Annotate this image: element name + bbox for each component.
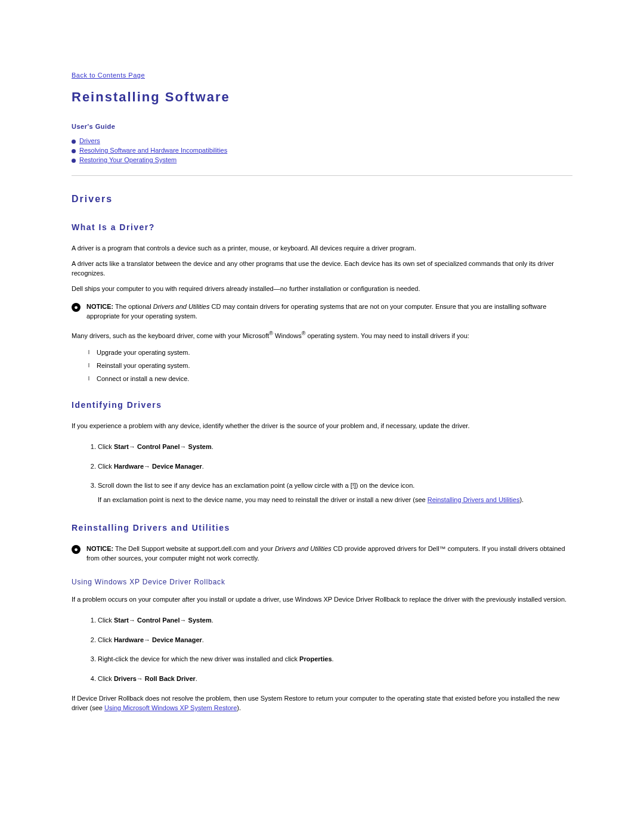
paragraph: If Device Driver Rollback does not resol… [72,694,572,713]
step-text: Click [98,636,114,643]
section-drivers-heading: Drivers [72,194,572,205]
step-text: . [202,636,204,643]
step-item: Click Start→ Control Panel→ System. [98,615,572,625]
notice-text: NOTICE: The optional Drivers and Utiliti… [86,302,572,321]
subsection-identifying-drivers: Identifying Drivers [72,400,572,410]
step-text: Click [98,463,114,470]
step-bold: Hardware→ Device Manager [114,636,202,643]
text-span: Many drivers, such as the keyboard drive… [72,332,269,339]
page-title: Reinstalling Software [72,89,572,105]
toc-link-restore[interactable]: Restoring Your Operating System [79,156,177,163]
notice-span: The Dell Support website at support.dell… [113,545,275,552]
list-item: Upgrade your operating system. [88,349,572,356]
toc-link-incompat[interactable]: Resolving Software and Hardware Incompat… [79,147,227,154]
numbered-steps: Click Start→ Control Panel→ System. Clic… [83,615,572,683]
toc-link-drivers[interactable]: Drivers [79,137,100,144]
step-text: . [332,655,334,662]
text-span: ). [237,704,241,711]
bullet-icon [72,140,76,144]
paragraph: If a problem occurs on your computer aft… [72,595,572,605]
step-bold: Start→ Control Panel→ System [114,443,212,450]
step-bold: Hardware→ Device Manager [114,463,202,470]
bullet-icon [72,149,76,153]
step-bold: Start→ Control Panel→ System [114,617,212,624]
text-span: operating system. You may need to instal… [305,332,469,339]
notice-block: ● NOTICE: The optional Drivers and Utili… [72,302,572,321]
step-text: Scroll down the list to see if any devic… [98,482,414,489]
step-text: . [212,443,213,450]
notice-span: The optional [113,303,153,310]
step-item: Click Hardware→ Device Manager. [98,462,572,472]
step-item: Scroll down the list to see if any devic… [98,481,572,504]
link-reinstalling-drivers[interactable]: Reinstalling Drivers and Utilities [428,496,520,503]
paragraph: Dell ships your computer to you with req… [72,284,572,294]
notice-label: NOTICE: [86,545,113,552]
step-text: Right-click the device for which the new… [98,655,299,662]
step-item: Click Start→ Control Panel→ System. [98,442,572,452]
step-sub-paragraph: If an exclamation point is next to the d… [98,496,572,505]
step-item: Click Hardware→ Device Manager. [98,635,572,645]
paragraph: Many drivers, such as the keyboard drive… [72,330,572,341]
toc-item-incompat: Resolving Software and Hardware Incompat… [72,147,572,154]
notice-label: NOTICE: [86,303,113,310]
registered-mark: ® [269,330,273,336]
list-item: Reinstall your operating system. [88,362,572,369]
step-text: If an exclamation point is next to the d… [98,496,428,503]
notice-text: NOTICE: The Dell Support website at supp… [86,544,572,563]
back-to-contents[interactable]: Back to Contents Page [72,72,572,79]
table-of-contents: Drivers Resolving Software and Hardware … [72,137,572,163]
paragraph: If you experience a problem with any dev… [72,422,572,431]
notice-italic: Drivers and Utilities [275,545,332,552]
notice-block: ● NOTICE: The Dell Support website at su… [72,544,572,563]
toc-item-restore: Restoring Your Operating System [72,156,572,163]
step-text: Click [98,617,114,624]
paragraph: A driver is a program that controls a de… [72,244,572,253]
step-item: Right-click the device for which the new… [98,654,572,664]
divider [72,175,572,176]
subsection-what-is-driver: What Is a Driver? [72,222,572,232]
notice-icon: ● [72,303,80,312]
document-page: Back to Contents Page Reinstalling Softw… [0,0,644,743]
text-span: Windows [273,332,302,339]
step-bold: Drivers→ Roll Back Driver [114,675,196,682]
step-text: . [212,617,213,624]
bullet-list: Upgrade your operating system. Reinstall… [88,349,572,382]
step-text: . [202,463,204,470]
step-text: . [196,675,197,682]
step-item: Click Drivers→ Roll Back Driver. [98,674,572,684]
subsubsection-rollback: Using Windows XP Device Driver Rollback [72,578,572,586]
numbered-steps: Click Start→ Control Panel→ System. Clic… [83,442,572,504]
paragraph: A driver acts like a translator between … [72,259,572,278]
notice-italic: Drivers and Utilities [153,303,210,310]
notice-icon: ● [72,545,80,554]
subsection-reinstalling-drivers: Reinstalling Drivers and Utilities [72,523,572,532]
list-item: Connect or install a new device. [88,375,572,382]
step-bold: Properties [299,655,332,662]
back-link[interactable]: Back to Contents Page [72,72,145,79]
link-system-restore[interactable]: Using Microsoft Windows XP System Restor… [104,704,237,711]
step-text: Click [98,443,114,450]
bullet-icon [72,159,76,163]
guide-label: User's Guide [72,123,572,130]
step-text: Click [98,675,114,682]
toc-item-drivers: Drivers [72,137,572,144]
step-text: ). [519,496,524,503]
